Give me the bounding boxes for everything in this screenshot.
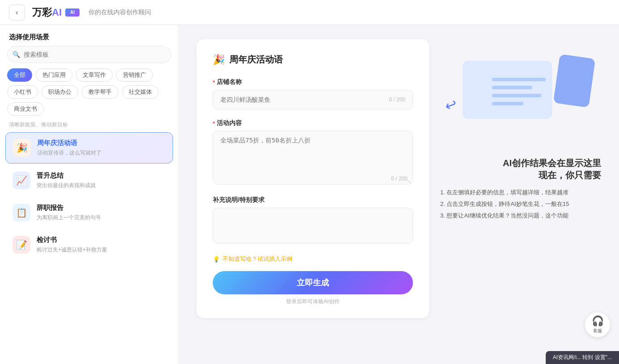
tag-article[interactable]: 文章写作: [76, 68, 113, 82]
cs-label: 客服: [593, 328, 602, 334]
form-title-icon: 🎉: [213, 54, 225, 66]
tag-hot[interactable]: 热门应用: [36, 68, 72, 82]
item-text-resign: 辞职报告 为离职画上一个完美的句号: [37, 204, 166, 222]
deco-line-3: [492, 94, 541, 97]
filter-tags: 全部 热门应用 文章写作 营销推广 小红书 职场办公 教学帮手 社交媒体 商业文…: [0, 68, 178, 119]
ai-desc-list: 1. 在左侧填好必要的信息，填写越详细，结果越准 2. 点击立即生成按钮，静待A…: [440, 187, 601, 222]
logo-badge: AI: [65, 8, 80, 17]
supplement-textarea[interactable]: [213, 208, 413, 243]
item-desc-review: 检讨过失+诚恩认错+补救方案: [37, 246, 166, 254]
field-label-shop-name: * 店铺名称: [213, 78, 413, 86]
field-group-shop-name: * 店铺名称 0 / 200: [213, 78, 413, 109]
resize-handle: ⤡: [408, 180, 411, 184]
tag-education[interactable]: 教学帮手: [82, 85, 118, 99]
deco-illustration: ↩: [440, 52, 601, 150]
list-item-anniversary[interactable]: 🎉 周年庆活动语 活动宣传语，这么写就对了: [5, 132, 173, 163]
shop-name-input[interactable]: [220, 96, 389, 103]
item-title-anniversary: 周年庆活动语: [37, 139, 165, 147]
header-subtitle: 你的在线内容创作顾问: [88, 8, 151, 17]
example-hint-text: 不知道写啥？试试插入示例: [223, 255, 292, 263]
generate-button[interactable]: 立即生成: [213, 271, 413, 294]
lightbulb-icon: 💡: [213, 256, 220, 263]
search-box: 🔍: [7, 46, 171, 63]
deco-card-right: [553, 54, 596, 108]
item-desc-promotion: 突出你最佳的表现和成就: [37, 182, 166, 189]
required-star-shop: *: [213, 79, 215, 86]
example-hint[interactable]: 💡 不知道写啥？试试插入示例: [213, 255, 413, 263]
ai-description: AI创作结果会在显示这里 现在，你只需要 1. 在左侧填好必要的信息，填写越详细…: [440, 157, 601, 222]
deco-arrow-icon: ↩: [442, 95, 459, 115]
tag-office[interactable]: 职场办公: [42, 85, 78, 99]
logo-area: 万彩AI AI: [32, 6, 80, 19]
section-hint: 清晰新政策、推动新目标: [5, 119, 173, 132]
item-icon-promotion: 📈: [13, 172, 30, 189]
form-card: 🎉 周年庆活动语 * 店铺名称 0 / 200 * 活动内容: [197, 39, 429, 318]
required-star-activity: *: [213, 120, 215, 127]
login-hint: 登录后即可体验AI创作: [213, 298, 413, 305]
search-input[interactable]: [7, 46, 171, 63]
item-icon-review: 📝: [13, 236, 30, 254]
field-group-activity: * 活动内容 0 / 200 ⤡: [213, 119, 413, 186]
item-icon-anniversary: 🎉: [13, 139, 31, 157]
item-title-review: 检讨书: [37, 236, 166, 244]
deco-line-1: [492, 78, 546, 81]
list-item-review[interactable]: 📝 检讨书 检讨过失+诚恩认错+补救方案: [5, 230, 173, 260]
item-text-anniversary: 周年庆活动语 活动宣传语，这么写就对了: [37, 139, 165, 157]
activity-count: 0 / 200: [391, 176, 408, 182]
sidebar-title: 选择使用场景: [0, 25, 178, 46]
header: ‹ 万彩AI AI 你的在线内容创作顾问: [0, 0, 619, 25]
field-label-supplement: 补充说明/特别要求: [213, 196, 413, 204]
sidebar: 选择使用场景 🔍 全部 热门应用 文章写作 营销推广 小红书 职场办公 教学帮手…: [0, 25, 179, 364]
deco-card-big: [463, 61, 552, 119]
tag-business[interactable]: 商业文书: [7, 102, 44, 116]
content-area: 🎉 周年庆活动语 * 店铺名称 0 / 200 * 活动内容: [179, 25, 619, 364]
tag-marketing[interactable]: 营销推广: [116, 68, 153, 82]
field-label-activity: * 活动内容: [213, 119, 413, 127]
back-button[interactable]: ‹: [9, 4, 25, 21]
field-group-supplement: 补充说明/特别要求: [213, 196, 413, 245]
item-icon-resign: 📋: [13, 204, 30, 222]
tag-social[interactable]: 社交媒体: [122, 85, 159, 99]
deco-line-2: [492, 86, 532, 89]
customer-service-button[interactable]: 🎧 客服: [585, 312, 610, 337]
logo-text: 万彩AI: [32, 6, 62, 19]
item-title-resign: 辞职报告: [37, 204, 166, 212]
sidebar-list: 清晰新政策、推动新目标 🎉 周年庆活动语 活动宣传语，这么写就对了 📈 晋升总结…: [0, 119, 178, 364]
right-decoration: ↩ AI创作结果会在显示这里 现在，你只需要 1. 在左侧填好必要的信息，填写越…: [440, 52, 601, 222]
form-title-text: 周年庆活动语: [229, 54, 283, 66]
deco-line-4: [492, 102, 523, 105]
shop-name-input-wrap: 0 / 200: [213, 90, 413, 109]
list-item-promotion[interactable]: 📈 晋升总结 突出你最佳的表现和成就: [5, 165, 173, 196]
bottom-banner[interactable]: AI资讯网/i... 转到 设置"...: [546, 351, 619, 364]
item-desc-resign: 为离职画上一个完美的句号: [37, 214, 166, 222]
search-icon: 🔍: [13, 51, 20, 58]
item-desc-anniversary: 活动宣传语，这么写就对了: [37, 149, 165, 157]
form-title: 🎉 周年庆活动语: [213, 54, 413, 66]
bottom-banner-text: AI资讯网/i... 转到 设置"...: [553, 354, 612, 360]
activity-textarea[interactable]: [213, 131, 413, 184]
shop-name-count: 0 / 200: [389, 96, 405, 103]
cs-icon: 🎧: [592, 315, 604, 327]
item-text-review: 检讨书 检讨过失+诚恩认错+补救方案: [37, 236, 166, 254]
activity-textarea-wrap: 0 / 200 ⤡: [213, 131, 413, 186]
main-layout: 选择使用场景 🔍 全部 热门应用 文章写作 营销推广 小红书 职场办公 教学帮手…: [0, 25, 619, 364]
back-icon: ‹: [16, 8, 18, 17]
ai-desc-title: AI创作结果会在显示这里 现在，你只需要: [440, 157, 601, 181]
item-text-promotion: 晋升总结 突出你最佳的表现和成就: [37, 172, 166, 189]
deco-card-lines: [492, 78, 546, 105]
list-item-resign[interactable]: 📋 辞职报告 为离职画上一个完美的句号: [5, 197, 173, 228]
tag-all[interactable]: 全部: [7, 68, 32, 82]
item-title-promotion: 晋升总结: [37, 172, 166, 180]
tag-xiaohongshu[interactable]: 小红书: [7, 85, 38, 99]
